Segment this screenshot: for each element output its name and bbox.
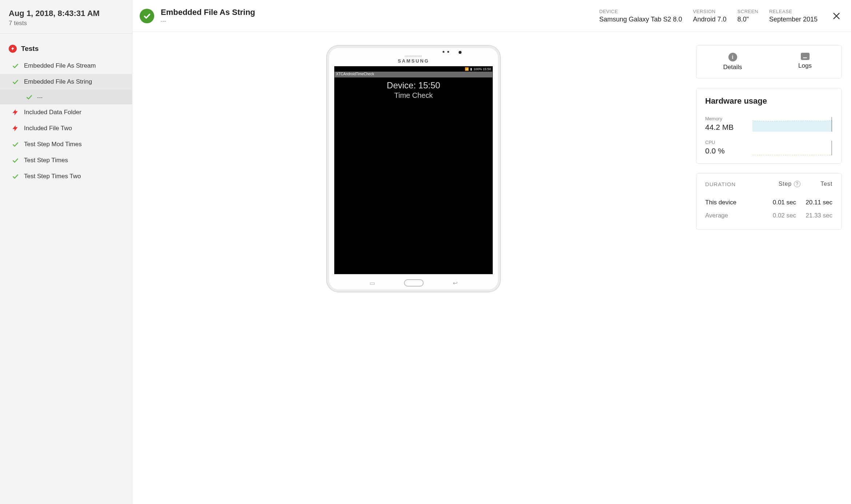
- test-item-label: Embedded File As Stream: [24, 62, 96, 69]
- duration-row: Average0.02 sec21.33 sec: [705, 209, 832, 222]
- meta-release-value: September 2015: [769, 16, 818, 23]
- status-pass-icon: [140, 9, 154, 23]
- tablet-bottom: ▭ ↩: [327, 274, 500, 292]
- signal-icon: ▮: [470, 67, 472, 71]
- recent-apps-icon: ▭: [369, 280, 375, 287]
- test-title: Embedded File As String: [161, 8, 255, 17]
- title-block: Embedded File As String ---: [161, 8, 255, 24]
- bolt-icon: [12, 109, 19, 116]
- tab-logs-label: Logs: [798, 62, 812, 69]
- speaker-grill: [405, 55, 422, 57]
- duration-row-test: 20.11 sec: [796, 199, 832, 206]
- hardware-card: Hardware usage Memory 44.2 MB CPU 0.0 %: [696, 88, 842, 164]
- cpu-metric: CPU 0.0 %: [705, 140, 725, 155]
- duration-row-name: Average: [705, 212, 760, 219]
- tab-details-label: Details: [723, 64, 742, 71]
- meta-release: RELEASE September 2015: [769, 9, 818, 23]
- wifi-icon: 📶: [465, 67, 469, 71]
- meta-version: VERSION Android 7.0: [693, 9, 727, 23]
- test-item[interactable]: Test Step Times Two: [0, 168, 132, 184]
- tabs-card: i Details Logs: [696, 45, 842, 79]
- test-substep[interactable]: ---: [0, 90, 132, 104]
- tests-heading-label: Tests: [21, 45, 39, 53]
- bolt-icon: [12, 125, 19, 132]
- statusbar-text: 100% 15:50: [474, 67, 491, 71]
- duration-header: DURATION Step ? Test: [705, 181, 832, 187]
- test-item-label: Included Data Folder: [24, 109, 81, 116]
- check-icon: [25, 93, 33, 101]
- app-title-bar: XTCAndroidTimeCheck: [335, 72, 492, 77]
- meta-screen-value: 8.0": [738, 16, 758, 23]
- run-timestamp: Aug 1, 2018, 8:43:31 AM: [9, 9, 123, 18]
- duration-rows: This device0.01 sec20.11 secAverage0.02 …: [705, 196, 832, 222]
- cpu-row: CPU 0.0 %: [705, 140, 832, 155]
- content: SAMSUNG 📶 ▮ 100% 15:50 XTCAndroidTimeChe…: [132, 32, 851, 504]
- test-item[interactable]: Included Data Folder: [0, 104, 132, 120]
- run-test-count: 7 tests: [9, 20, 123, 27]
- duration-heading: DURATION: [705, 181, 768, 187]
- meta-version-value: Android 7.0: [693, 16, 727, 23]
- help-icon[interactable]: ?: [794, 181, 800, 187]
- meta-release-label: RELEASE: [769, 9, 818, 14]
- sidebar-body: Tests Embedded File As StreamEmbedded Fi…: [0, 34, 132, 184]
- test-item-label: Test Step Times Two: [24, 173, 81, 180]
- meta-group: DEVICE Samsung Galaxy Tab S2 8.0 VERSION…: [599, 9, 818, 23]
- screen-content: Device: 15:50 Time Check: [335, 77, 492, 274]
- topbar: Embedded File As String --- DEVICE Samsu…: [132, 0, 851, 32]
- memory-sparkline: [752, 117, 832, 132]
- test-item[interactable]: Embedded File As String: [0, 74, 132, 90]
- memory-metric: Memory 44.2 MB: [705, 116, 734, 132]
- cpu-sparkline: [752, 141, 832, 155]
- test-item[interactable]: Embedded File As Stream: [0, 58, 132, 74]
- duration-row-name: This device: [705, 199, 760, 206]
- test-item-label: Test Step Times: [24, 157, 68, 164]
- tests-heading: Tests: [0, 42, 132, 58]
- test-item-label: Embedded File As String: [24, 78, 92, 85]
- close-button[interactable]: [831, 11, 842, 21]
- test-substep-label: ---: [37, 94, 43, 100]
- main: Embedded File As String --- DEVICE Samsu…: [132, 0, 851, 504]
- right-panel: i Details Logs Hardware usage Memory 44.…: [696, 45, 842, 491]
- android-statusbar: 📶 ▮ 100% 15:50: [335, 67, 492, 72]
- info-icon: i: [728, 53, 737, 61]
- tab-details[interactable]: i Details: [696, 45, 769, 78]
- meta-version-label: VERSION: [693, 9, 727, 14]
- device-preview: SAMSUNG 📶 ▮ 100% 15:50 XTCAndroidTimeChe…: [142, 45, 685, 491]
- logs-icon: [801, 53, 810, 60]
- test-item-label: Test Step Mod Times: [24, 141, 82, 148]
- meta-screen-label: SCREEN: [738, 9, 758, 14]
- check-icon: [12, 78, 19, 85]
- duration-row-test: 21.33 sec: [796, 212, 832, 219]
- bolt-icon: [9, 45, 17, 53]
- tabs: i Details Logs: [696, 45, 841, 78]
- cpu-label: CPU: [705, 140, 725, 145]
- test-item[interactable]: Test Step Times: [0, 152, 132, 168]
- test-subtitle: ---: [161, 18, 255, 24]
- device-screen: 📶 ▮ 100% 15:50 XTCAndroidTimeCheck Devic…: [334, 66, 493, 274]
- duration-row-step: 0.01 sec: [760, 199, 796, 206]
- screen-line1: Device: 15:50: [335, 80, 492, 91]
- sensors: [443, 51, 462, 54]
- check-icon: [12, 173, 19, 180]
- test-item[interactable]: Included File Two: [0, 120, 132, 136]
- tablet-frame: SAMSUNG 📶 ▮ 100% 15:50 XTCAndroidTimeChe…: [326, 45, 501, 292]
- screen-line2: Time Check: [335, 91, 492, 100]
- home-button: [404, 279, 424, 287]
- memory-label: Memory: [705, 116, 734, 121]
- sidebar: Aug 1, 2018, 8:43:31 AM 7 tests Tests Em…: [0, 0, 132, 504]
- duration-col-step: Step ?: [768, 181, 800, 187]
- test-item[interactable]: Test Step Mod Times: [0, 136, 132, 152]
- check-icon: [12, 62, 19, 69]
- duration-col-step-label: Step: [779, 181, 792, 187]
- sidebar-header: Aug 1, 2018, 8:43:31 AM 7 tests: [0, 0, 132, 34]
- device-brand: SAMSUNG: [398, 58, 429, 64]
- tablet-top: SAMSUNG: [327, 46, 500, 66]
- tab-logs[interactable]: Logs: [769, 45, 841, 78]
- test-item-label: Included File Two: [24, 125, 72, 132]
- meta-device-label: DEVICE: [599, 9, 682, 14]
- memory-value: 44.2 MB: [705, 123, 734, 132]
- back-icon: ↩: [453, 280, 458, 287]
- meta-device-value: Samsung Galaxy Tab S2 8.0: [599, 16, 682, 23]
- duration-row-step: 0.02 sec: [760, 212, 796, 219]
- meta-screen: SCREEN 8.0": [738, 9, 758, 23]
